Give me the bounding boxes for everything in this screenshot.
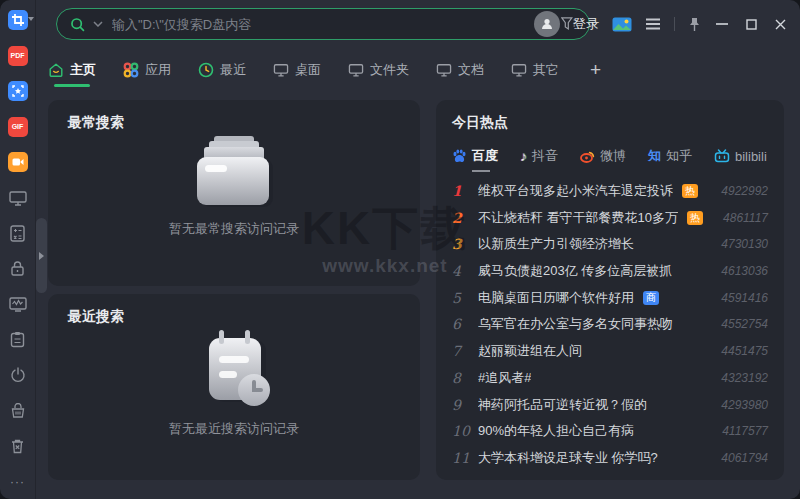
home-icon <box>48 62 64 78</box>
calculator-button[interactable] <box>6 222 30 244</box>
divider <box>674 17 675 31</box>
monitor-icon <box>9 190 27 206</box>
bilibili-tv-icon <box>714 149 730 163</box>
pin-on-top-icon[interactable] <box>688 17 701 32</box>
clipboard-icon <box>10 331 25 348</box>
wallpaper-icon[interactable] <box>612 17 632 32</box>
hot-item[interactable]: 2 不让烧秸秆 看守干部餐费花10多万 热 4861117 <box>452 208 768 228</box>
search-input[interactable] <box>110 16 554 33</box>
platform-tab-zhihu[interactable]: 知 知乎 <box>648 147 692 165</box>
screenshot-crop-button[interactable] <box>6 9 30 31</box>
chevron-down-icon <box>28 17 34 21</box>
pdf-tool-button[interactable]: PDF <box>6 45 30 67</box>
screenshot-crop-icon <box>8 10 28 30</box>
hot-item[interactable]: 7 赵丽颖进组在人间 4451475 <box>452 341 768 361</box>
rank-number: 7 <box>452 343 469 359</box>
platform-tab-weibo[interactable]: 微博 <box>580 147 626 165</box>
rank-number: 11 <box>452 450 469 466</box>
hot-item-count: 4591416 <box>721 291 768 305</box>
pdf-icon: PDF <box>8 46 28 66</box>
app-window: PDF GIF <box>0 0 800 499</box>
login-button[interactable]: 登录 <box>573 15 599 33</box>
titlebar: 登录 <box>36 0 800 48</box>
ocr-star-icon <box>8 81 28 101</box>
search-icon <box>69 16 86 33</box>
avatar[interactable] <box>534 11 560 37</box>
tab-desktop[interactable]: 桌面 <box>273 52 321 88</box>
hot-item[interactable]: 5 电脑桌面日历哪个软件好用 商 4591416 <box>452 288 768 308</box>
shutdown-timer-button[interactable] <box>6 364 30 386</box>
uninstall-button[interactable] <box>6 435 30 457</box>
hot-item-count: 4730130 <box>721 237 768 251</box>
add-tab-button[interactable]: + <box>590 59 601 81</box>
platform-tab-douyin[interactable]: ♪ 抖音 <box>520 147 558 165</box>
frequent-search-panel: 最常搜索 暂无最常搜索访问记录 <box>48 100 420 286</box>
close-button[interactable] <box>772 16 788 32</box>
hot-item-count: 4613036 <box>721 264 768 278</box>
tab-apps[interactable]: 应用 <box>123 52 171 88</box>
empty-drawer-icon <box>184 134 284 212</box>
tab-documents[interactable]: 文档 <box>436 52 484 88</box>
gif-tool-button[interactable]: GIF <box>6 116 30 138</box>
hot-item-title: 乌军官在办公室与多名女同事热吻 <box>478 315 673 333</box>
tab-home[interactable]: 主页 <box>48 52 96 88</box>
search-scope-chevron-icon[interactable] <box>93 21 103 27</box>
recent-empty-state: 暂无最近搜索访问记录 <box>68 328 400 438</box>
rank-number: 2 <box>452 210 469 226</box>
hot-item-count: 4552754 <box>721 317 768 331</box>
hot-item-count: 4323192 <box>721 371 768 385</box>
tab-label: 最近 <box>220 61 246 79</box>
video-record-icon <box>8 152 28 172</box>
rank-number: 5 <box>452 290 469 306</box>
monitor-icon <box>273 63 289 77</box>
screen-record-button[interactable] <box>6 151 30 173</box>
performance-monitor-button[interactable] <box>6 293 30 315</box>
hot-item-title: #追风者# <box>478 369 531 387</box>
recent-search-panel: 最近搜索 暂无最近搜索访问记录 <box>48 294 420 480</box>
platform-label: 微博 <box>600 147 626 165</box>
second-screen-button[interactable] <box>6 187 30 209</box>
tab-others[interactable]: 其它 <box>511 52 559 88</box>
system-cleaner-button[interactable] <box>6 400 30 422</box>
trash-x-icon <box>10 438 25 454</box>
image-recognize-button[interactable] <box>6 80 30 102</box>
search-bar[interactable] <box>56 8 590 40</box>
platform-tab-baidu[interactable]: 百度 <box>452 147 498 165</box>
hot-item[interactable]: 11 大学本科增设足球专业 你学吗? 4061794 <box>452 448 768 468</box>
hot-item-title: 大学本科增设足球专业 你学吗? <box>478 449 658 467</box>
tab-label: 应用 <box>145 61 171 79</box>
weibo-eye-icon <box>580 149 595 163</box>
minimize-button[interactable] <box>714 16 730 32</box>
platform-label: bilibili <box>735 149 767 164</box>
clipboard-button[interactable] <box>6 329 30 351</box>
rank-number: 3 <box>452 236 469 252</box>
hot-item[interactable]: 9 神药阿托品可逆转近视？假的 4293980 <box>452 395 768 415</box>
menu-hamburger-icon[interactable] <box>645 18 661 30</box>
empty-notebook-clock-icon <box>184 328 284 412</box>
monitor-icon <box>511 63 527 77</box>
hot-item[interactable]: 10 90%的年轻人担心自己有病 4117577 <box>452 421 768 441</box>
tab-folders[interactable]: 文件夹 <box>348 52 409 88</box>
hot-item[interactable]: 4 威马负债超203亿 传多位高层被抓 4613036 <box>452 261 768 281</box>
minimize-icon <box>716 23 728 25</box>
tab-recent[interactable]: 最近 <box>198 52 246 88</box>
baidu-paw-icon <box>452 149 467 163</box>
more-tools-button[interactable]: ··· <box>6 471 30 493</box>
hot-item[interactable]: 8 #追风者# 4323192 <box>452 368 768 388</box>
hot-item[interactable]: 6 乌军官在办公室与多名女同事热吻 4552754 <box>452 314 768 334</box>
empty-state-text: 暂无最常搜索访问记录 <box>169 220 299 238</box>
hot-badge: 热 <box>687 211 703 225</box>
frequent-empty-state: 暂无最常搜索访问记录 <box>68 134 400 238</box>
user-icon <box>540 17 554 31</box>
platform-tab-bilibili[interactable]: bilibili <box>714 149 767 164</box>
hot-item[interactable]: 3 以新质生产力引领经济增长 4730130 <box>452 234 768 254</box>
titlebar-controls: 登录 <box>534 0 788 48</box>
tool-sidebar: PDF GIF <box>0 0 36 499</box>
hot-item-title: 维权平台现多起小米汽车退定投诉 <box>478 182 673 200</box>
boss-key-button[interactable] <box>6 258 30 280</box>
hot-item-count: 4922992 <box>721 184 768 198</box>
hot-item-title: 90%的年轻人担心自己有病 <box>478 422 634 440</box>
hot-item[interactable]: 1 维权平台现多起小米汽车退定投诉 热 4922992 <box>452 181 768 201</box>
maximize-button[interactable] <box>743 16 759 32</box>
drawer-expand-handle[interactable] <box>36 218 47 293</box>
